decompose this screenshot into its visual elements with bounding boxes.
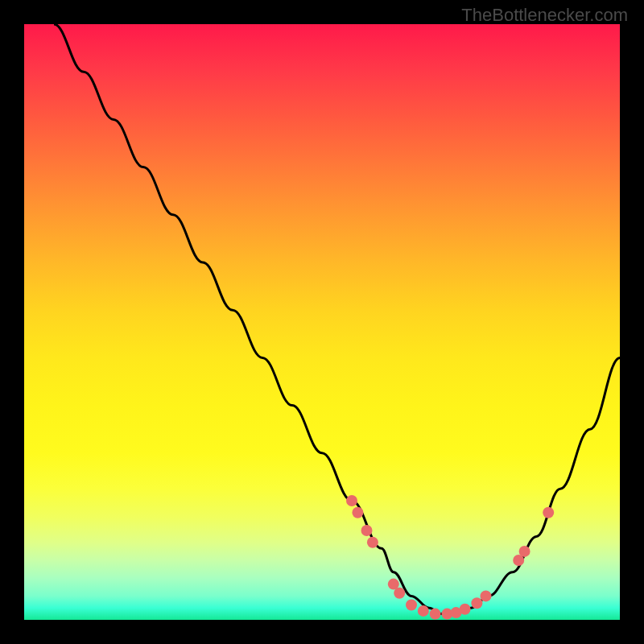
data-marker — [460, 604, 471, 615]
data-marker — [394, 588, 405, 599]
data-marker — [361, 525, 373, 536]
chart-plot-area — [24, 24, 620, 620]
attribution-text: TheBottlenecker.com — [461, 5, 628, 26]
marker-group — [346, 495, 554, 620]
bottleneck-curve-svg — [24, 24, 620, 620]
curve-path — [54, 24, 620, 614]
data-marker — [352, 507, 363, 518]
data-marker — [430, 609, 441, 620]
data-marker — [543, 507, 554, 518]
data-marker — [406, 600, 417, 611]
data-marker — [471, 597, 482, 609]
data-marker — [519, 546, 530, 557]
data-marker — [418, 605, 429, 617]
data-marker — [346, 495, 357, 506]
data-marker — [481, 590, 492, 601]
data-marker — [367, 537, 378, 548]
